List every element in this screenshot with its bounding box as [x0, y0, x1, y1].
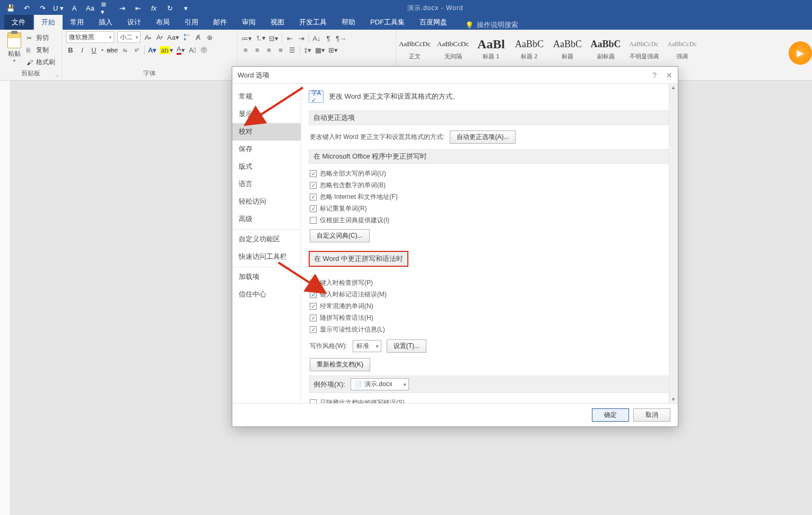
- underline-button[interactable]: U: [90, 45, 98, 55]
- style-tile[interactable]: AaBbCcDc正文: [396, 33, 433, 63]
- nav-language[interactable]: 语言: [232, 176, 301, 193]
- checkbox-readability[interactable]: [310, 326, 317, 333]
- style-tile[interactable]: AaBbC标题 2: [511, 33, 548, 63]
- list-icon[interactable]: ≣ ▾: [101, 3, 111, 13]
- style-tile[interactable]: AaBbC标题: [549, 33, 586, 63]
- bullets-button[interactable]: ≔▾: [241, 33, 252, 43]
- numbering-button[interactable]: ⒈▾: [255, 33, 266, 43]
- checkbox-confused-words[interactable]: [310, 303, 317, 310]
- nav-save[interactable]: 保存: [232, 141, 301, 158]
- tab-layout[interactable]: 布局: [149, 15, 177, 30]
- qat-more-icon[interactable]: ▾: [180, 3, 191, 13]
- tab-common[interactable]: 常用: [63, 15, 91, 30]
- font-big-icon[interactable]: A: [69, 3, 80, 13]
- style-tile[interactable]: AaBbCcDc无间隔: [434, 33, 472, 63]
- show-marks-button[interactable]: ¶: [324, 33, 333, 43]
- autocorrect-options-button[interactable]: 自动更正选项(A)...: [450, 130, 516, 144]
- writing-style-combo[interactable]: 标准: [353, 340, 381, 352]
- nav-layout[interactable]: 版式: [232, 158, 301, 176]
- ltr-button[interactable]: ¶→: [336, 33, 346, 43]
- decrease-indent-button[interactable]: ⇤: [285, 33, 294, 43]
- format-painter-button[interactable]: 🖌格式刷: [24, 57, 57, 68]
- change-case-button[interactable]: Aa▾: [167, 32, 179, 42]
- superscript-button[interactable]: x²: [133, 45, 141, 55]
- style-tile[interactable]: AaBbC副标题: [587, 33, 624, 63]
- undo-icon[interactable]: ↶: [21, 3, 32, 13]
- tab-references[interactable]: 引用: [177, 15, 206, 30]
- distribute-button[interactable]: ☰: [288, 45, 296, 55]
- paste-button[interactable]: 粘贴 ▾: [4, 31, 24, 68]
- bold-button[interactable]: B: [66, 45, 75, 55]
- nav-advanced[interactable]: 高级: [232, 211, 301, 228]
- redo-icon[interactable]: ↷: [37, 3, 48, 13]
- tab-baidu[interactable]: 百度网盘: [412, 15, 455, 30]
- save-icon[interactable]: 💾: [5, 3, 16, 13]
- tab-view[interactable]: 视图: [263, 15, 292, 30]
- recheck-button[interactable]: 重新检查文档(K): [310, 358, 370, 371]
- clear-format-button[interactable]: A̸: [194, 32, 203, 42]
- repeat-icon[interactable]: ↻: [164, 3, 175, 13]
- nav-proofing[interactable]: 校对: [232, 123, 301, 141]
- floating-badge-icon[interactable]: ▶: [789, 41, 812, 65]
- justify-button[interactable]: ≡: [276, 45, 285, 55]
- tab-dev[interactable]: 开发工具: [292, 15, 334, 30]
- sort-button[interactable]: A↓: [312, 33, 321, 43]
- borders-button[interactable]: ⊞▾: [328, 45, 338, 55]
- checkbox-ignore-numbers[interactable]: [310, 182, 317, 189]
- checkbox-main-dict-only[interactable]: [310, 217, 317, 224]
- help-icon[interactable]: ?: [652, 71, 657, 80]
- increase-indent-button[interactable]: ⇥: [297, 33, 305, 43]
- tab-help[interactable]: 帮助: [334, 15, 363, 30]
- text-effects-button[interactable]: A▾: [148, 45, 156, 55]
- align-center-button[interactable]: ≡: [253, 45, 261, 55]
- scrollbar[interactable]: [669, 84, 678, 403]
- checkbox-flag-repeated[interactable]: [310, 205, 317, 212]
- ok-button[interactable]: 确定: [592, 408, 629, 422]
- align-left-button[interactable]: ≡: [241, 45, 250, 55]
- cut-button[interactable]: ✂剪切: [24, 32, 57, 43]
- line-spacing-button[interactable]: ‡▾: [303, 45, 312, 55]
- multilevel-button[interactable]: ⊟▾: [269, 33, 278, 43]
- font-case-icon[interactable]: Aa: [85, 3, 95, 13]
- tab-file[interactable]: 文件: [4, 15, 33, 30]
- style-tile[interactable]: AaBbCcDc强调: [663, 33, 701, 63]
- enclose-button[interactable]: ⊕: [206, 32, 214, 42]
- italic-button[interactable]: I: [78, 45, 86, 55]
- tab-design[interactable]: 设计: [120, 15, 149, 30]
- checkbox-hide-spelling[interactable]: [310, 399, 317, 403]
- phonetic-button[interactable]: ㍏: [182, 32, 191, 42]
- copy-button[interactable]: ⎘复制: [24, 45, 57, 56]
- char-border-button[interactable]: A⃞: [188, 45, 197, 55]
- highlight-button[interactable]: ab▾: [160, 45, 173, 55]
- nav-ease[interactable]: 轻松访问: [232, 193, 301, 211]
- font-size-combo[interactable]: 小二▾: [117, 31, 141, 43]
- shading-button[interactable]: ▦▾: [315, 45, 325, 55]
- font-name-combo[interactable]: 微软雅黑▾: [66, 31, 114, 43]
- checkbox-ignore-internet[interactable]: [310, 194, 317, 200]
- grow-font-button[interactable]: A▴: [144, 32, 152, 42]
- strike-button[interactable]: abc: [107, 45, 118, 55]
- style-tile[interactable]: AaBbCcDc不明显强调: [625, 33, 662, 63]
- tab-home[interactable]: 开始: [34, 15, 63, 30]
- settings-button[interactable]: 设置(T)...: [387, 339, 426, 353]
- subscript-button[interactable]: x₂: [121, 45, 129, 55]
- close-icon[interactable]: ✕: [666, 71, 673, 80]
- tab-pdf[interactable]: PDF工具集: [363, 15, 412, 30]
- style-tile[interactable]: AaBl标题 1: [473, 33, 510, 63]
- tab-mailings[interactable]: 邮件: [206, 15, 234, 30]
- tell-me-search[interactable]: 💡 操作说明搜索: [465, 20, 518, 30]
- shrink-font-button[interactable]: A▾: [155, 32, 164, 42]
- outdent-icon[interactable]: ⇤: [133, 3, 143, 13]
- nav-custom-ribbon[interactable]: 自定义功能区: [232, 231, 301, 248]
- indent-icon[interactable]: ⇥: [117, 3, 127, 13]
- char-shading-button[interactable]: ㊪: [200, 45, 208, 55]
- custom-dictionaries-button[interactable]: 自定义词典(C)...: [310, 229, 370, 242]
- align-right-button[interactable]: ≡: [265, 45, 273, 55]
- checkbox-grammar-with-spelling[interactable]: [310, 315, 317, 321]
- tab-insert[interactable]: 插入: [91, 15, 120, 30]
- checkbox-ignore-uppercase[interactable]: [310, 170, 317, 177]
- font-color-button[interactable]: A▾: [177, 45, 185, 55]
- fx-icon[interactable]: fx: [149, 3, 159, 13]
- tab-review[interactable]: 审阅: [234, 15, 263, 30]
- exceptions-doc-combo[interactable]: 📄 演示.docx: [351, 378, 409, 390]
